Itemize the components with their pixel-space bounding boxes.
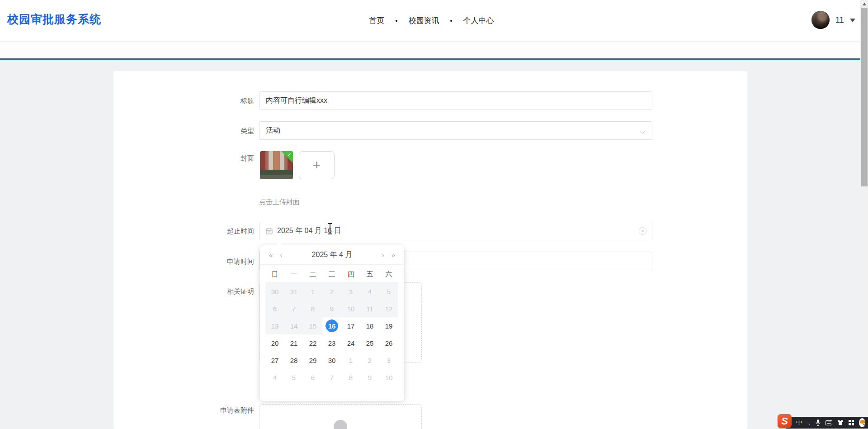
- weekday-label: 三: [322, 270, 341, 279]
- add-cover-button[interactable]: +: [299, 151, 335, 179]
- ime-toolbar: 中 ·,: [785, 417, 868, 429]
- calendar-date[interactable]: 1: [303, 283, 322, 300]
- calendar-date[interactable]: 12: [379, 300, 398, 317]
- calendar-date[interactable]: 3: [379, 352, 398, 369]
- calendar-week-row: 20212223242526: [265, 334, 399, 352]
- chevron-down-icon[interactable]: [850, 19, 855, 22]
- calendar-date[interactable]: 30: [322, 352, 341, 369]
- calendar-date[interactable]: 20: [265, 334, 284, 352]
- plus-icon: +: [313, 157, 321, 173]
- scrollbar-thumb[interactable]: [861, 8, 868, 186]
- sogou-ime-logo[interactable]: S: [778, 414, 792, 428]
- avatar[interactable]: [811, 11, 830, 29]
- microphone-icon[interactable]: [816, 419, 821, 426]
- calendar-month-title[interactable]: 2025 年 4 月: [284, 250, 380, 260]
- calendar-date[interactable]: 3: [341, 283, 360, 300]
- calendar-date[interactable]: 21: [284, 334, 303, 352]
- skin-shirt-icon[interactable]: [837, 420, 844, 425]
- calendar-date[interactable]: 8: [341, 369, 360, 386]
- accent-divider: [0, 58, 868, 60]
- date-range-label: 起止时间: [182, 222, 254, 240]
- sub-header-band: [0, 42, 868, 58]
- toolbox-grid-icon[interactable]: [849, 420, 854, 425]
- calendar-date[interactable]: 24: [341, 334, 360, 352]
- ime-punctuation-toggle[interactable]: ·,: [807, 417, 811, 429]
- calendar-date[interactable]: 28: [284, 352, 303, 369]
- calendar-week-row: 13141516171819: [265, 317, 399, 334]
- prev-month-button[interactable]: ‹: [278, 251, 284, 259]
- weekday-header-row: 日 一 二 三 四 五 六: [265, 267, 399, 283]
- calendar-date[interactable]: 6: [303, 369, 322, 386]
- nav-home[interactable]: 首页: [369, 15, 385, 26]
- calendar-date[interactable]: 22: [303, 334, 322, 352]
- calendar-date[interactable]: 1: [341, 352, 360, 369]
- calendar-date[interactable]: 26: [379, 334, 398, 352]
- calendar-date[interactable]: 29: [303, 352, 322, 369]
- cover-label: 封面: [182, 154, 254, 163]
- nav-separator-dot: •: [450, 17, 452, 24]
- calendar-date[interactable]: 5: [379, 283, 398, 300]
- keyboard-icon[interactable]: [826, 420, 832, 425]
- title-input-value: 内容可自行编辑xxx: [266, 96, 327, 105]
- chevron-down-icon: [640, 128, 645, 133]
- calendar-week-row: 6789101112: [265, 300, 399, 317]
- calendar-date-selected[interactable]: 16: [322, 317, 341, 334]
- page: 校园审批服务系统 首页 • 校园资讯 • 个人中心 11 标题 内容可自行编辑x…: [0, 0, 868, 429]
- check-icon: ✓: [287, 152, 292, 158]
- nav-separator-dot: •: [396, 17, 398, 24]
- weekday-label: 五: [360, 270, 379, 279]
- calendar-header: « ‹ 2025 年 4 月 › »: [260, 245, 404, 265]
- title-label: 标题: [182, 91, 254, 110]
- calendar-date[interactable]: 7: [284, 300, 303, 317]
- calendar-date[interactable]: 5: [284, 369, 303, 386]
- username: 11: [835, 15, 844, 25]
- title-input[interactable]: 内容可自行编辑xxx: [259, 91, 652, 110]
- app-logo: 校园审批服务系统: [7, 12, 101, 27]
- calendar-date[interactable]: 9: [360, 369, 379, 386]
- text-cursor: [330, 223, 330, 234]
- calendar-week-row: 45678910: [265, 369, 399, 386]
- nav-personal-center[interactable]: 个人中心: [463, 15, 494, 26]
- prev-year-button[interactable]: «: [267, 251, 274, 259]
- type-select[interactable]: 活动: [259, 121, 652, 140]
- next-month-button[interactable]: ›: [380, 251, 386, 259]
- calendar-date[interactable]: 9: [322, 300, 341, 317]
- calendar-date[interactable]: 11: [360, 300, 379, 317]
- calendar-date[interactable]: 2: [322, 283, 341, 300]
- calendar-date[interactable]: 17: [341, 317, 360, 334]
- calendar-date[interactable]: 13: [265, 317, 284, 334]
- calendar-date[interactable]: 10: [379, 369, 398, 386]
- calendar-date[interactable]: 4: [360, 283, 379, 300]
- ime-mode-toggle[interactable]: 中: [796, 417, 802, 429]
- next-year-button[interactable]: »: [390, 251, 397, 259]
- calendar-date[interactable]: 10: [341, 300, 360, 317]
- cover-upload-hint: 点击上传封面: [259, 198, 300, 206]
- calendar-date[interactable]: 4: [265, 369, 284, 386]
- calendar-date[interactable]: 14: [284, 317, 303, 334]
- type-select-value: 活动: [266, 126, 280, 135]
- nav-campus-news[interactable]: 校园资讯: [408, 15, 439, 26]
- calendar-date[interactable]: 23: [322, 334, 341, 352]
- scrollbar-up-arrow-icon[interactable]: [863, 3, 866, 5]
- calendar-date[interactable]: 7: [322, 369, 341, 386]
- date-range-input[interactable]: 2025 年 04 月 16 日 ✕: [259, 222, 652, 240]
- calendar-date[interactable]: 25: [360, 334, 379, 352]
- calendar-date[interactable]: 2: [360, 352, 379, 369]
- user-menu[interactable]: 11: [811, 11, 855, 29]
- calendar-date[interactable]: 6: [265, 300, 284, 317]
- calendar-date[interactable]: 27: [265, 352, 284, 369]
- apply-time-label: 申请时间: [182, 257, 254, 266]
- attachment-label: 申请表附件: [182, 406, 254, 415]
- weekday-label: 二: [303, 270, 322, 279]
- calendar-date[interactable]: 15: [303, 317, 322, 334]
- calendar-date[interactable]: 19: [379, 317, 398, 334]
- type-label: 类型: [182, 121, 254, 140]
- clear-date-icon[interactable]: ✕: [639, 227, 646, 235]
- calendar-date[interactable]: 8: [303, 300, 322, 317]
- main-nav: 首页 • 校园资讯 • 个人中心: [369, 0, 494, 41]
- calendar-date[interactable]: 31: [284, 283, 303, 300]
- ime-emoji-icon[interactable]: [859, 418, 865, 427]
- cover-image-thumbnail[interactable]: ✓: [260, 151, 293, 179]
- calendar-date[interactable]: 18: [360, 317, 379, 334]
- calendar-date[interactable]: 30: [265, 283, 284, 300]
